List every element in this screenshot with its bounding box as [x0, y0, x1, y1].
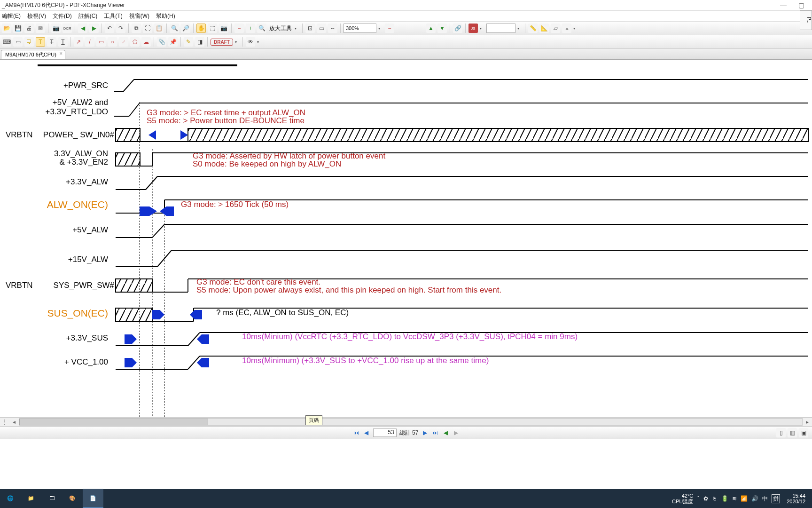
- eraser-icon[interactable]: ◨: [195, 37, 204, 47]
- measure-tool-icon[interactable]: ⟁: [562, 24, 571, 33]
- options-corner-icon[interactable]: ⋮: [0, 419, 9, 425]
- print-icon[interactable]: 🖨: [24, 24, 34, 33]
- find-icon[interactable]: 🔍: [170, 24, 179, 33]
- search-icon[interactable]: 🔎: [181, 24, 190, 33]
- forward-icon[interactable]: ▶: [89, 24, 99, 33]
- pencil-icon[interactable]: ✎: [184, 37, 193, 47]
- document-tab[interactable]: M9A(HM170 6代CPU) ✕: [1, 50, 65, 59]
- scrollbar-track[interactable]: [19, 418, 803, 426]
- menu-edit[interactable]: 編輯(E): [2, 12, 21, 20]
- copy-icon[interactable]: ⧉: [132, 24, 141, 33]
- measure-area-icon[interactable]: ▱: [551, 24, 560, 33]
- note-icon[interactable]: 🗨: [24, 37, 34, 47]
- textbox-icon[interactable]: ▭: [13, 37, 23, 47]
- scroll-right-icon[interactable]: ▸: [803, 419, 812, 425]
- typewriter-icon[interactable]: ⌨: [2, 37, 11, 47]
- dropdown-icon[interactable]: ▾: [378, 26, 383, 31]
- last-page-icon[interactable]: ⏭: [431, 429, 439, 437]
- ocr-icon[interactable]: OCR: [62, 24, 72, 33]
- attach-icon[interactable]: 📎: [157, 37, 166, 47]
- dropdown-icon[interactable]: ▾: [257, 40, 262, 44]
- tray-clock[interactable]: 15:44 2020/12: [784, 493, 808, 504]
- tray-volume-icon[interactable]: 🔊: [751, 495, 758, 502]
- fit-width-icon[interactable]: ↔: [328, 24, 337, 33]
- redo-icon[interactable]: ↷: [116, 24, 125, 33]
- menu-view[interactable]: 檢視(V): [27, 12, 46, 20]
- nav-back-icon[interactable]: ◀: [442, 429, 449, 437]
- dropdown-icon[interactable]: ▾: [235, 40, 240, 44]
- select-tool-icon[interactable]: ⬚: [208, 24, 217, 33]
- taskbar-app-icon[interactable]: 🗔: [41, 489, 62, 508]
- back-icon[interactable]: ◀: [78, 24, 87, 33]
- snapshot-tool-icon[interactable]: 📷: [219, 24, 228, 33]
- close-tab-icon[interactable]: ✕: [59, 51, 63, 56]
- nav-up-icon[interactable]: ▲: [426, 24, 436, 33]
- rect-icon[interactable]: ▭: [96, 37, 106, 47]
- actual-size-icon[interactable]: ⊡: [305, 24, 315, 33]
- menu-comments[interactable]: 註解(C): [78, 12, 98, 20]
- menu-document[interactable]: 文件(D): [53, 12, 72, 20]
- email-icon[interactable]: ✉: [36, 24, 45, 33]
- windows-taskbar[interactable]: 🌐 📁 🗔 🎨 📄 42°C CPU溫度 ˄ ✿ 🖱 🔋 ≋ 📶 🔊 中 拼 1…: [0, 489, 812, 508]
- js-icon[interactable]: JS: [468, 24, 478, 33]
- menu-help[interactable]: 幫助(H): [156, 12, 175, 20]
- minimize-button[interactable]: —: [774, 1, 792, 9]
- next-page-icon[interactable]: ▶: [421, 429, 429, 437]
- arrow-icon[interactable]: ↗: [74, 37, 83, 47]
- maximize-button[interactable]: ▢: [792, 1, 810, 9]
- oval-icon[interactable]: ○: [108, 37, 117, 47]
- dropdown-icon[interactable]: ▾: [573, 26, 578, 31]
- ime-lang[interactable]: 中: [762, 495, 768, 503]
- pin-icon[interactable]: 📌: [168, 37, 178, 47]
- taskbar-pdfxchange-icon[interactable]: 📄: [83, 489, 103, 508]
- open-icon[interactable]: 📂: [2, 24, 11, 33]
- save-icon[interactable]: 💾: [13, 24, 23, 33]
- layout-single-icon[interactable]: ▯: [776, 428, 786, 437]
- strikeout-icon[interactable]: T: [47, 37, 56, 47]
- layout-cont-icon[interactable]: ▥: [788, 428, 797, 437]
- loupe-icon[interactable]: 🔍: [257, 24, 266, 33]
- scrollbar-thumb[interactable]: [19, 419, 208, 425]
- nav-fwd-icon[interactable]: ▶: [452, 429, 460, 437]
- show-comments-icon[interactable]: 👁: [246, 37, 255, 47]
- line-icon[interactable]: /: [85, 37, 94, 47]
- ime-mode[interactable]: 拼: [772, 494, 780, 503]
- tray-flower-icon[interactable]: ✿: [703, 495, 708, 502]
- dropdown-icon[interactable]: ▾: [517, 26, 522, 31]
- paste-icon[interactable]: 📋: [154, 24, 164, 33]
- menu-window[interactable]: 視窗(W): [129, 12, 149, 20]
- search-field[interactable]: [486, 24, 515, 33]
- zoom-input[interactable]: 300%: [344, 24, 376, 33]
- side-panel-collapsed[interactable]: P...: [800, 10, 812, 30]
- snapshot-icon[interactable]: ⛶: [143, 24, 152, 33]
- zoom-in-icon[interactable]: +: [246, 24, 255, 33]
- tray-network-icon[interactable]: ≋: [732, 495, 737, 502]
- measure-perim-icon[interactable]: 📐: [539, 24, 549, 33]
- taskbar-chrome-icon[interactable]: 🌐: [0, 489, 21, 508]
- page-number-input[interactable]: 53: [373, 429, 397, 437]
- hand-tool-icon[interactable]: ✋: [196, 24, 206, 33]
- menu-tools[interactable]: 工具(T): [104, 12, 122, 20]
- document-viewport[interactable]: +PWR_SRC +5V_ALW2 and +3.3V_RTC_LDO G3 m…: [0, 60, 812, 417]
- first-page-icon[interactable]: ⏮: [352, 429, 360, 437]
- scroll-left-icon[interactable]: ◂: [9, 419, 19, 425]
- tray-chevron-icon[interactable]: ˄: [697, 495, 700, 502]
- highlight-icon[interactable]: T: [36, 37, 45, 47]
- tray-battery-icon[interactable]: 🔋: [721, 495, 728, 502]
- taskbar-explorer-icon[interactable]: 📁: [21, 489, 41, 508]
- taskbar-paint-icon[interactable]: 🎨: [62, 489, 83, 508]
- layout-facing-icon[interactable]: ▣: [799, 428, 808, 437]
- polygon-icon[interactable]: ⬠: [130, 37, 140, 47]
- measure-dist-icon[interactable]: 📏: [528, 24, 538, 33]
- underline-icon[interactable]: T: [58, 37, 68, 47]
- stamp-draft[interactable]: DRAFT: [211, 39, 233, 46]
- zoom-minus-icon[interactable]: −: [385, 24, 394, 33]
- undo-icon[interactable]: ↶: [105, 24, 114, 33]
- scan-icon[interactable]: 📷: [51, 24, 61, 33]
- tray-wifi-icon[interactable]: 📶: [741, 495, 748, 502]
- dropdown-icon[interactable]: ▾: [480, 26, 484, 31]
- zoom-out-icon[interactable]: −: [234, 24, 244, 33]
- cloud-icon[interactable]: ☁: [141, 37, 151, 47]
- prev-page-icon[interactable]: ◀: [363, 429, 370, 437]
- link-icon[interactable]: 🔗: [453, 24, 462, 33]
